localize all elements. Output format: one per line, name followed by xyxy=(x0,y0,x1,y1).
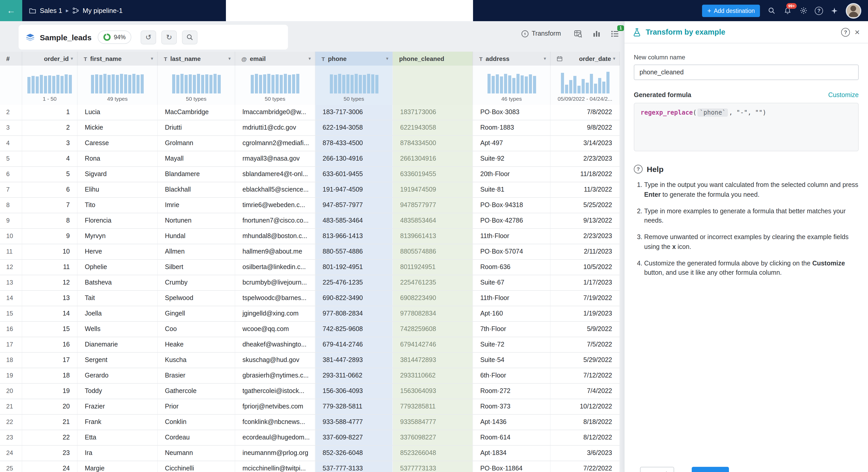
primary-action-button[interactable] xyxy=(692,467,729,472)
table-row: 109MyrvynHundalmhundal8@boston.c...813-9… xyxy=(0,229,620,244)
cell-address: 11th·Floor xyxy=(473,229,551,244)
redo-button[interactable]: ↻ xyxy=(161,30,177,44)
cell-address: Suite·54 xyxy=(473,353,551,368)
cell-phone_cleaned: 1837173006 xyxy=(393,105,473,120)
back-button[interactable]: ← xyxy=(0,0,22,21)
data-preview-icon[interactable] xyxy=(573,28,583,39)
undo-button[interactable]: ↺ xyxy=(141,30,156,44)
settings-gear-icon[interactable] xyxy=(799,6,808,15)
help-item: Remove unwanted or incorrect examples by… xyxy=(644,232,859,252)
search-icon[interactable] xyxy=(767,6,776,15)
histogram-bars xyxy=(91,72,144,94)
topbar-highlight-overlay xyxy=(226,0,473,21)
column-menu-caret-icon[interactable]: ▾ xyxy=(228,56,230,61)
column-histogram-last_name[interactable]: 50 types xyxy=(158,66,235,105)
add-destination-button[interactable]: + Add destination xyxy=(702,4,760,17)
cell-first_name: Mickie xyxy=(78,120,158,135)
table-row: 98FlorenciaNortunenfnortunen7@cisco.co..… xyxy=(0,213,620,229)
cell-order_date: 2/11/2023 xyxy=(551,244,620,259)
text-type-icon: T xyxy=(84,56,87,62)
transform-button[interactable]: Transform xyxy=(518,29,564,38)
cell-rownum: 22 xyxy=(0,415,22,430)
column-menu-caret-icon[interactable]: ▾ xyxy=(71,56,73,61)
column-header-phone[interactable]: Tphone▾ xyxy=(315,52,393,66)
help-title: Help xyxy=(647,165,663,173)
cell-email: eblackhall5@science... xyxy=(235,182,315,197)
breadcrumb-pipeline[interactable]: My pipeline-1 xyxy=(83,7,123,14)
customize-link[interactable]: Customize xyxy=(828,92,859,99)
column-menu-caret-icon[interactable]: ▾ xyxy=(151,56,153,61)
column-histogram-order_id[interactable]: 1 - 50 xyxy=(22,66,78,105)
column-histogram-address[interactable]: 46 types xyxy=(473,66,551,105)
cell-rownum: 19 xyxy=(0,368,22,383)
column-histogram-phone[interactable]: 50 types xyxy=(315,66,393,105)
table-row: 2423IraNeumannineumannm@prlog.org852-326… xyxy=(0,446,620,461)
cell-order_date: 7/19/2022 xyxy=(551,291,620,306)
column-histogram-order_date[interactable]: 05/09/2022 - 04/24/2... xyxy=(551,66,620,105)
column-stats-icon[interactable] xyxy=(592,29,601,38)
cell-phone: 852-326-6048 xyxy=(315,446,393,461)
avatar[interactable] xyxy=(846,3,861,18)
folder-icon xyxy=(29,7,36,14)
column-header-phone_cleaned[interactable]: phone_cleaned xyxy=(393,52,473,66)
close-icon[interactable]: × xyxy=(855,28,860,36)
column-header-order_id[interactable]: order_id▾ xyxy=(22,52,78,66)
column-menu-caret-icon[interactable]: ▾ xyxy=(386,56,388,61)
cell-email: ecordeaul@hugedom... xyxy=(235,430,315,445)
cell-email: tgathercolei@istock... xyxy=(235,384,315,399)
view-toolbar: Transform 1 xyxy=(486,28,620,39)
notifications-bell-icon[interactable]: 99+ xyxy=(783,6,792,15)
cell-first_name: Joella xyxy=(78,306,158,321)
breadcrumb-project[interactable]: Sales 1 xyxy=(40,7,62,14)
pipeline-steps-icon[interactable]: 1 xyxy=(610,29,620,38)
cell-last_name: Prior xyxy=(158,399,235,414)
cell-rownum: 2 xyxy=(0,105,22,120)
cell-email: gbrasierh@nytimes.c... xyxy=(235,368,315,383)
column-header-last_name[interactable]: Tlast_name▾ xyxy=(158,52,235,66)
cell-order_id: 6 xyxy=(22,182,78,197)
column-menu-caret-icon[interactable]: ▾ xyxy=(613,56,615,61)
cancel-button[interactable]: Cancel xyxy=(640,467,674,472)
column-menu-caret-icon[interactable]: ▾ xyxy=(309,56,311,61)
cell-address: Suite·72 xyxy=(473,337,551,352)
cell-phone_cleaned: 3814472893 xyxy=(393,353,473,368)
cell-first_name: Lucia xyxy=(78,105,158,120)
dataset-toolbar: Sample_leads 94% ↺ ↻ xyxy=(19,25,288,49)
cell-order_date: 9/8/2022 xyxy=(551,120,620,135)
cell-order_id: 17 xyxy=(22,353,78,368)
data-quality-pill[interactable]: 94% xyxy=(98,31,131,44)
panel-help-icon[interactable]: ? xyxy=(841,28,850,36)
cell-phone_cleaned: 7793285811 xyxy=(393,399,473,414)
column-header-address[interactable]: Taddress▾ xyxy=(473,52,551,66)
cell-order_id: 22 xyxy=(22,430,78,445)
cell-order_id: 5 xyxy=(22,167,78,182)
cell-order_id: 24 xyxy=(22,461,78,472)
cell-order_date: 11/3/2022 xyxy=(551,182,620,197)
dataset-name: Sample_leads xyxy=(40,33,92,41)
column-header-first_name[interactable]: Tfirst_name▾ xyxy=(78,52,158,66)
new-column-input[interactable] xyxy=(634,65,859,80)
cell-phone: 225-476-1235 xyxy=(315,275,393,290)
sparkle-icon[interactable] xyxy=(830,6,839,15)
cell-order_date: 3/14/2023 xyxy=(551,136,620,151)
table-row: 1110HerveAllmenhallmen9@about.me880-557-… xyxy=(0,244,620,260)
histogram-bars xyxy=(251,72,299,94)
cell-phone_cleaned: 2933110662 xyxy=(393,368,473,383)
table-row: 43CaresseGrolmanncgrolmann2@mediafi...87… xyxy=(0,136,620,151)
formula-box[interactable]: regexp_replace(`phone`, "-", "") xyxy=(634,103,859,151)
column-histogram-email[interactable]: 50 types xyxy=(235,66,315,105)
text-type-icon: T xyxy=(479,56,483,62)
cell-first_name: Caresse xyxy=(78,136,158,151)
cell-order_id: 15 xyxy=(22,322,78,337)
column-menu-caret-icon[interactable]: ▾ xyxy=(544,56,546,61)
help-icon[interactable]: ? xyxy=(815,6,823,15)
column-header-order_date[interactable]: order_date▾ xyxy=(551,52,620,66)
cell-first_name: Batsheva xyxy=(78,275,158,290)
cell-email: dheakef@washingto... xyxy=(235,337,315,352)
column-summary: 50 types xyxy=(344,96,364,102)
column-histogram-first_name[interactable]: 49 types xyxy=(78,66,158,105)
column-header-email[interactable]: @email▾ xyxy=(235,52,315,66)
cell-address: 11th·Floor xyxy=(473,291,551,306)
cell-phone: 690-822-3490 xyxy=(315,291,393,306)
grid-search-button[interactable] xyxy=(182,30,197,44)
